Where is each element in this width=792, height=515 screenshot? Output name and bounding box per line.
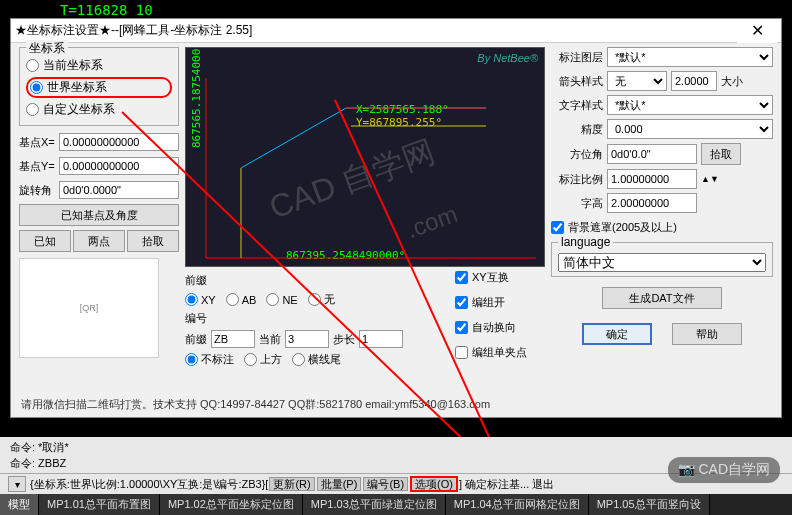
coord-legend: 坐标系 (26, 40, 68, 57)
check-xy-swap[interactable]: XY互换 (455, 270, 545, 285)
textstyle-label: 文字样式 (551, 98, 603, 113)
watermark-logo: 📷 CAD自学网 (668, 457, 780, 483)
close-button[interactable]: ✕ (737, 19, 777, 43)
radio-label: 世界坐标系 (47, 79, 107, 96)
azimuth-label: 方位角 (551, 147, 603, 162)
base-x-label: 基点X= (19, 135, 59, 150)
opt-batch[interactable]: 批量(P) (317, 477, 362, 491)
azimuth-input[interactable] (607, 144, 697, 164)
spin-icon[interactable]: ▲▼ (701, 174, 719, 184)
layer-label: 标注图层 (551, 50, 603, 65)
base-y-input[interactable] (59, 157, 179, 175)
precision-label: 精度 (551, 122, 603, 137)
tab-layout-3[interactable]: MP1.03总平面绿道定位图 (303, 494, 446, 515)
textstyle-select[interactable]: *默认* (607, 95, 773, 115)
coord-system-fieldset: 坐标系 当前坐标系 世界坐标系 自定义坐标系 (19, 47, 179, 126)
step-label: 步长 (333, 332, 355, 347)
opt-update[interactable]: 更新(R) (269, 477, 314, 491)
base-y-label: 基点Y= (19, 159, 59, 174)
base-x-input[interactable] (59, 133, 179, 151)
arrow-label: 箭头样式 (551, 74, 603, 89)
radio-world-cs[interactable]: 世界坐标系 (26, 77, 172, 98)
model-tabs: 模型 MP1.01总平面布置图 MP1.02总平面坐标定位图 MP1.03总平面… (0, 494, 792, 515)
check-group[interactable]: 编组开 (455, 295, 545, 310)
tab-layout-4[interactable]: MP1.04总平面网格定位图 (446, 494, 589, 515)
known-basepoint-button[interactable]: 已知基点及角度 (19, 204, 179, 226)
cmd-prefix: {坐标系:世界\比例:1.00000\XY互换:是\编号:ZB3}[ (30, 478, 268, 490)
svg-line-3 (241, 108, 346, 168)
help-button[interactable]: 帮助 (672, 323, 742, 345)
titlebar: ★坐标标注设置★--[网蜂工具-坐标标注 2.55] ✕ (11, 19, 781, 43)
prefix-input[interactable] (211, 330, 255, 348)
pick-azimuth-button[interactable]: 拾取 (701, 143, 741, 165)
window-title: ★坐标标注设置★--[网蜂工具-坐标标注 2.55] (15, 22, 737, 39)
arrow-size-input[interactable] (671, 71, 717, 91)
fmt-ab[interactable]: AB (226, 292, 257, 307)
radio-label: 当前坐标系 (43, 57, 103, 74)
cmd-zbbz-line: 命令: ZBBZ (10, 455, 782, 471)
check-auto[interactable]: 自动换向 (455, 320, 545, 335)
scale-input[interactable] (607, 169, 697, 189)
current-input[interactable] (285, 330, 329, 348)
pick-button[interactable]: 拾取 (127, 230, 179, 252)
text-height-label: 字高 (551, 196, 603, 211)
ok-button[interactable]: 确定 (582, 323, 652, 345)
radio-custom-cs[interactable]: 自定义坐标系 (26, 101, 172, 118)
check-bg-mask[interactable]: 背景遮罩(2005及以上) (551, 220, 773, 235)
radio-current-cs[interactable]: 当前坐标系 (26, 57, 172, 74)
tab-model[interactable]: 模型 (0, 494, 39, 515)
fmt-xy[interactable]: XY (185, 292, 216, 307)
preview-canvas: By NetBee® 867565.187540000° X=2587565.1… (185, 47, 545, 267)
generate-dat-button[interactable]: 生成DAT文件 (602, 287, 722, 309)
mark-tail[interactable]: 横线尾 (292, 352, 341, 367)
mark-top[interactable]: 上方 (244, 352, 282, 367)
two-point-button[interactable]: 两点 (73, 230, 125, 252)
cmd-suffix: ] 确定标注基... 退出 (459, 478, 554, 490)
fmt-none[interactable]: 无 (308, 292, 335, 307)
step-input[interactable] (359, 330, 403, 348)
fmt-ne[interactable]: NE (266, 292, 297, 307)
number-legend: 编号 (185, 311, 451, 326)
cad-text-fragment: T=116828 10 (60, 2, 153, 18)
check-single-grip[interactable]: 编组单夹点 (455, 345, 545, 360)
arrow-select[interactable]: 无 (607, 71, 667, 91)
tab-layout-1[interactable]: MP1.01总平面布置图 (39, 494, 160, 515)
radio-label: 自定义坐标系 (43, 101, 115, 118)
tab-layout-5[interactable]: MP1.05总平面竖向设 (589, 494, 710, 515)
settings-dialog: ★坐标标注设置★--[网蜂工具-坐标标注 2.55] ✕ 坐标系 当前坐标系 世… (10, 18, 782, 418)
size-label: 大小 (721, 74, 743, 89)
scale-label: 标注比例 (551, 172, 603, 187)
mark-none[interactable]: 不标注 (185, 352, 234, 367)
opt-options[interactable]: 选项(O) (410, 476, 458, 492)
tab-layout-2[interactable]: MP1.02总平面坐标定位图 (160, 494, 303, 515)
rotation-input[interactable] (59, 181, 179, 199)
prefix-label: 前缀 (185, 332, 207, 347)
opt-number[interactable]: 编号(B) (363, 477, 408, 491)
history-icon[interactable]: ▾ (8, 476, 26, 492)
language-legend: language (558, 235, 613, 249)
precision-select[interactable]: 0.000 (607, 119, 773, 139)
text-height-input[interactable] (607, 193, 697, 213)
rotation-label: 旋转角 (19, 183, 59, 198)
layer-select[interactable]: *默认* (607, 47, 773, 67)
prefix-legend: 前缀 (185, 273, 451, 288)
cmd-cancel-line: 命令: *取消* (10, 439, 782, 455)
donate-note: 请用微信扫描二维码打赏。技术支持 QQ:14997-84427 QQ群:5821… (11, 393, 781, 416)
current-label: 当前 (259, 332, 281, 347)
known-button[interactable]: 已知 (19, 230, 71, 252)
language-select[interactable]: 简体中文 (558, 253, 766, 272)
qr-code-image: [QR] (19, 258, 159, 358)
